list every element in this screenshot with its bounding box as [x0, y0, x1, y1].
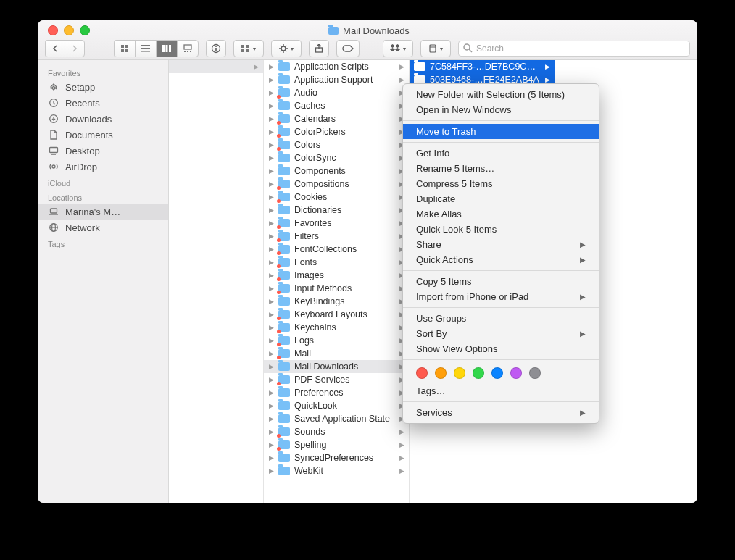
menu-item-label: Quick Look 5 Items [416, 224, 497, 235]
folder-row[interactable]: ▶KeyBindings▶ [264, 295, 409, 308]
folder-row[interactable]: ▶SyncedPreferences▶ [264, 451, 409, 464]
column-2[interactable]: ▶Application Scripts▶▶Application Suppor… [264, 60, 410, 503]
minimize-button[interactable] [64, 25, 74, 35]
folder-row[interactable]: ▶Images▶ [264, 269, 409, 282]
sidebar-item[interactable]: Marina's M… [38, 204, 168, 220]
svg-point-39 [52, 165, 55, 168]
folder-row[interactable]: ▶Keyboard Layouts▶ [264, 308, 409, 321]
menu-item[interactable]: Compress 5 Items [403, 176, 599, 191]
folder-row[interactable]: ▶Spelling▶ [264, 438, 409, 451]
tag-color-dot[interactable] [491, 367, 503, 379]
folder-row[interactable]: ▶Caches▶ [264, 99, 409, 112]
list-view-button[interactable] [135, 40, 156, 57]
menu-item[interactable]: Show View Options [403, 341, 599, 356]
sidebar-item[interactable]: Recents [38, 95, 168, 111]
sidebar-item[interactable]: Network [38, 220, 168, 235]
menu-item[interactable]: Services▶ [403, 405, 599, 420]
folder-row[interactable]: ▶ColorSync▶ [264, 151, 409, 164]
folder-row[interactable]: ▶Mail▶ [264, 347, 409, 360]
folder-row[interactable]: ▶Keychains▶ [264, 321, 409, 334]
folder-row[interactable]: ▶Fonts▶ [264, 256, 409, 269]
folder-row[interactable]: ▶Components▶ [264, 164, 409, 177]
menu-item[interactable]: Move to Trash [403, 124, 599, 139]
folder-row[interactable]: ▶ColorPickers▶ [264, 125, 409, 138]
chevron-right-icon: ▶ [545, 76, 550, 83]
folder-row[interactable]: ▶Filters▶ [264, 230, 409, 243]
folder-row[interactable]: ▶Favorites▶ [264, 217, 409, 230]
disclosure-triangle-icon: ▶ [268, 63, 274, 70]
folder-row[interactable]: ▶Application Scripts▶ [264, 60, 409, 73]
close-button[interactable] [48, 25, 58, 35]
folder-row[interactable]: ▶Cookies▶ [264, 191, 409, 204]
forward-button[interactable] [65, 40, 85, 57]
menu-item[interactable]: Duplicate [403, 191, 599, 206]
tags-button[interactable] [336, 40, 360, 57]
tag-color-dot[interactable] [416, 367, 428, 379]
zoom-button[interactable] [80, 25, 90, 35]
folder-row[interactable]: ▶Audio▶ [264, 86, 409, 99]
folder-row[interactable]: ▶WebKit▶ [264, 464, 409, 477]
tag-color-dot[interactable] [510, 367, 522, 379]
folder-row[interactable]: ▶QuickLook▶ [264, 399, 409, 412]
info-button[interactable] [206, 40, 226, 57]
context-menu[interactable]: New Folder with Selection (5 Items)Open … [402, 83, 599, 424]
folder-row[interactable]: ▶PDF Services▶ [264, 373, 409, 386]
sidebar-section-header: Favorites [38, 64, 168, 79]
folder-icon [278, 323, 290, 332]
menu-item[interactable]: Open in New Windows [403, 102, 599, 117]
dropbox-button[interactable]: ▾ [383, 40, 413, 57]
menu-item[interactable]: Get Info [403, 146, 599, 161]
folder-icon [278, 440, 290, 449]
menu-item[interactable]: New Folder with Selection (5 Items) [403, 87, 599, 102]
column-row[interactable]: ▶ [169, 60, 263, 73]
folder-row[interactable]: ▶FontCollections▶ [264, 243, 409, 256]
sidebar-item[interactable]: AirDrop [38, 159, 168, 175]
tag-color-dot[interactable] [473, 367, 484, 379]
tag-color-dot[interactable] [435, 367, 447, 379]
menu-item[interactable]: Quick Actions▶ [403, 252, 599, 267]
cleanup-button[interactable]: ▾ [420, 40, 451, 57]
folder-row[interactable]: ▶Dictionaries▶ [264, 204, 409, 217]
folder-label: FontCollections [294, 244, 357, 254]
group-button[interactable]: ▾ [233, 40, 264, 57]
sidebar-item[interactable]: Desktop [38, 143, 168, 159]
folder-row[interactable]: ▶Application Support▶ [264, 73, 409, 86]
gallery-view-button[interactable] [177, 40, 199, 57]
menu-item[interactable]: Use Groups [403, 311, 599, 326]
folder-icon [278, 414, 290, 423]
column-view-button[interactable] [156, 40, 177, 57]
folder-row[interactable]: ▶Mail Downloads▶ [264, 360, 409, 373]
menu-item[interactable]: Sort By▶ [403, 326, 599, 341]
search-input[interactable] [458, 41, 690, 57]
menu-item[interactable]: Quick Look 5 Items [403, 222, 599, 237]
icon-view-button[interactable] [114, 40, 135, 57]
folder-row[interactable]: ▶Preferences▶ [264, 386, 409, 399]
tag-color-dot[interactable] [454, 367, 465, 379]
menu-item[interactable]: Tags… [403, 383, 599, 398]
chevron-right-icon: ▶ [399, 63, 404, 70]
folder-row[interactable]: ▶Saved Application State▶ [264, 412, 409, 425]
folder-row[interactable]: ▶Sounds▶ [264, 425, 409, 438]
menu-item[interactable]: Make Alias [403, 206, 599, 222]
folder-row[interactable]: ▶Compositions▶ [264, 177, 409, 191]
sidebar-item[interactable]: Downloads [38, 111, 168, 127]
sidebar-item[interactable]: Setapp [38, 79, 168, 95]
folder-row[interactable]: ▶Colors▶ [264, 138, 409, 151]
menu-item[interactable]: Rename 5 Items… [403, 161, 599, 176]
share-button[interactable] [309, 40, 329, 57]
folder-row[interactable]: 7C584FF3-…DE7BC9CC87▶ [410, 60, 555, 73]
disclosure-triangle-icon: ▶ [268, 285, 274, 292]
action-button[interactable]: ▾ [271, 40, 302, 57]
menu-item[interactable]: Share▶ [403, 237, 599, 252]
folder-row[interactable]: ▶Logs▶ [264, 334, 409, 347]
back-button[interactable] [45, 40, 65, 57]
menu-item[interactable]: Copy 5 Items [403, 274, 599, 289]
menu-item-label: Duplicate [416, 193, 455, 204]
sidebar-item[interactable]: Documents [38, 127, 168, 143]
column-1[interactable]: ▶ [169, 60, 264, 503]
folder-row[interactable]: ▶Input Methods▶ [264, 282, 409, 295]
search-field-wrap [458, 41, 690, 57]
menu-item[interactable]: Import from iPhone or iPad▶ [403, 289, 599, 304]
folder-row[interactable]: ▶Calendars▶ [264, 112, 409, 125]
tag-color-dot[interactable] [529, 367, 541, 379]
